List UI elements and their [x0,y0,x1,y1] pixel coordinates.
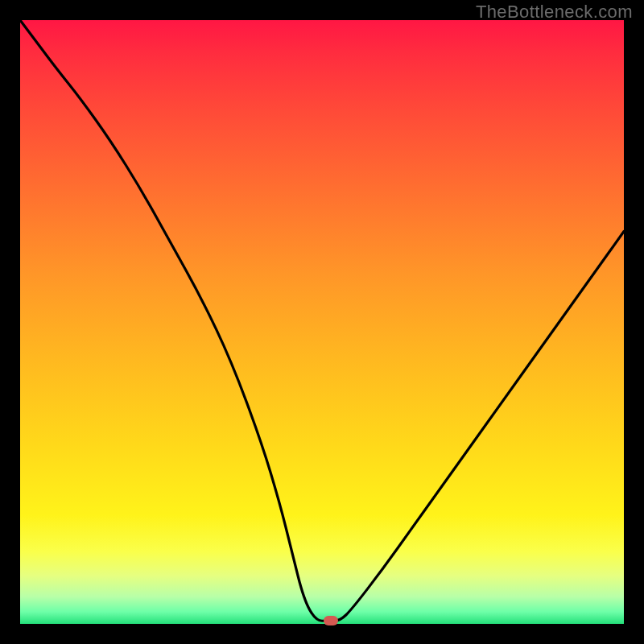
chart-background [20,20,624,624]
chart-frame: TheBottleneck.com [0,0,644,644]
chart-svg [20,20,624,624]
plot-area [20,20,624,624]
optimal-marker [324,616,338,625]
